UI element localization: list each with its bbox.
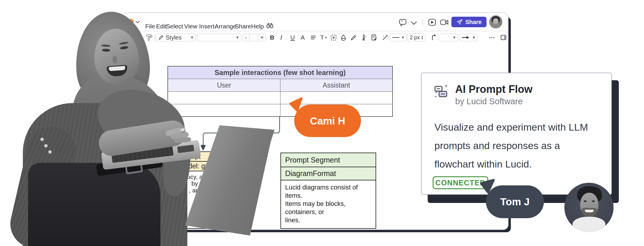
- current-user-avatar[interactable]: [489, 15, 502, 28]
- ink-pen-icon[interactable]: [360, 34, 367, 41]
- smile: [107, 65, 128, 77]
- line-width-down-icon: ▼: [421, 37, 424, 40]
- presence-chevron-down-icon[interactable]: [411, 21, 417, 25]
- share-button-label: Share: [465, 19, 482, 25]
- text-align-button[interactable]: [310, 34, 317, 41]
- titlebar-divider: [422, 18, 423, 26]
- share-button[interactable]: Share: [451, 17, 487, 27]
- connector-style-dropdown[interactable]: ▼: [439, 34, 458, 41]
- card-description: Visualize and experiment with LLM prompt…: [434, 118, 588, 173]
- line-width-stepper[interactable]: 2 px ▲▼: [407, 34, 425, 41]
- segment-header2: DiagramFormat: [281, 167, 376, 180]
- cursor-label-tom: Tom J: [486, 185, 544, 218]
- collaborator-avatar-tom: [564, 183, 614, 232]
- present-play-button[interactable]: [428, 19, 436, 26]
- fill-color-icon[interactable]: [340, 34, 347, 41]
- ai-prompt-flow-icon: [434, 84, 448, 98]
- video-camera-icon[interactable]: [440, 19, 448, 25]
- segment-body: Lucid diagrams consist of items. Items m…: [281, 180, 376, 224]
- jeans: [28, 163, 160, 246]
- cursor-label-cami: Cami H: [294, 105, 361, 137]
- right-panel-toggle-icon[interactable]: [500, 34, 507, 41]
- card-byline: by Lucid Software: [455, 97, 523, 106]
- arrowhead-dropdown[interactable]: ▼: [460, 34, 478, 41]
- paper-plane-icon: [456, 19, 463, 25]
- connector-elbow-icon[interactable]: [430, 34, 437, 41]
- ai-prompt-flow-card: AI Prompt Flow by Lucid Software Visuali…: [421, 73, 612, 195]
- woman-with-laptop-photo: [0, 0, 293, 246]
- hand: [165, 126, 195, 144]
- pencil-icon[interactable]: [350, 34, 357, 41]
- sample-col-assistant: Assistant: [280, 79, 392, 91]
- text-color-button[interactable]: A: [301, 34, 305, 41]
- comments-button[interactable]: ”: [399, 19, 407, 26]
- shape-options-icon[interactable]: [330, 34, 337, 41]
- line-style-dropdown[interactable]: ▼: [390, 34, 407, 41]
- prompt-segment-table[interactable]: Prompt Segment DiagramFormat Lucid diagr…: [280, 153, 376, 229]
- more-tools-button[interactable]: ⋯: [489, 34, 495, 41]
- notes-check-icon[interactable]: [370, 34, 378, 41]
- line-width-value: 2 px: [410, 35, 420, 41]
- segment-header1: Prompt Segment: [281, 153, 376, 167]
- svg-text:”: ”: [401, 20, 403, 24]
- card-title: AI Prompt Flow: [455, 83, 532, 95]
- stage: File Edit Select View Insert Arrange Sha…: [0, 0, 644, 246]
- magic-wand-icon[interactable]: [381, 34, 389, 41]
- text-options-button[interactable]: T▼: [320, 34, 328, 41]
